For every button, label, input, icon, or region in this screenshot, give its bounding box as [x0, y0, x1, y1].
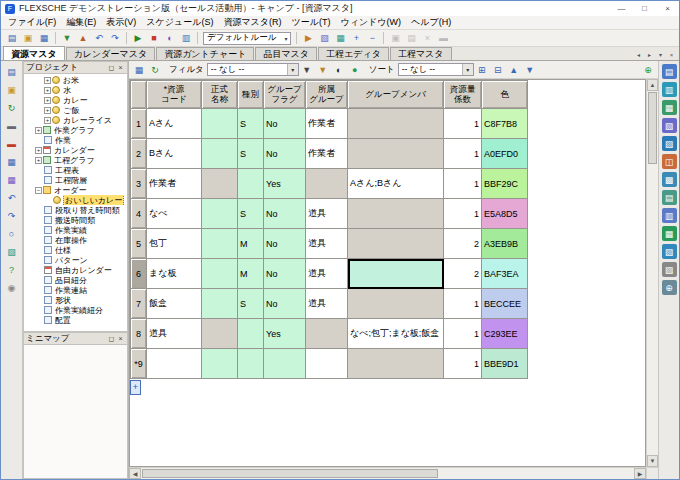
new-window-icon[interactable]: ▤ — [4, 64, 19, 79]
cell-color[interactable]: C8F7B8 — [482, 109, 528, 139]
menu-item[interactable]: 資源マスタ(R) — [218, 16, 286, 29]
close-panel-icon[interactable]: × — [116, 64, 125, 71]
tree-item[interactable]: +工程グラフ — [24, 155, 127, 165]
tree-item[interactable]: +水 — [24, 85, 127, 95]
cell-coef[interactable]: 2 — [444, 229, 482, 259]
cell-color[interactable]: A0EFD0 — [482, 139, 528, 169]
contrast-icon[interactable]: ◐ — [332, 63, 346, 77]
tab-工程マスタ[interactable]: 工程マスタ — [390, 47, 452, 60]
pin-icon[interactable]: ◉ — [4, 280, 19, 295]
histogram-icon[interactable]: ▧ — [662, 244, 677, 259]
help-icon[interactable]: ? — [4, 262, 19, 277]
tree-item[interactable]: +カレンダー — [24, 145, 127, 155]
cell-flag[interactable]: No — [264, 289, 306, 319]
cell-flag[interactable]: No — [264, 259, 306, 289]
tree-item[interactable]: 配置 — [24, 315, 127, 325]
cell-code[interactable]: 包丁 — [147, 229, 202, 259]
cell-type[interactable] — [238, 169, 264, 199]
process-table-icon[interactable]: ▤ — [662, 190, 677, 205]
maximize-button[interactable]: □ — [633, 1, 656, 16]
tree-item[interactable]: 搬送時間類 — [24, 215, 127, 225]
cell-code[interactable]: 道具 — [147, 319, 202, 349]
row-header[interactable]: 5 — [131, 229, 147, 259]
cell-coef[interactable]: 1 — [444, 139, 482, 169]
open-folder-icon[interactable]: ▣ — [4, 82, 19, 97]
add-row-button[interactable]: + — [130, 380, 141, 395]
cell-group[interactable]: 道具 — [306, 259, 348, 289]
vertical-scrollbar[interactable]: ▲ ▼ — [646, 79, 658, 467]
filter-edit-icon[interactable]: ▼ — [316, 63, 330, 77]
cell-group[interactable] — [306, 319, 348, 349]
row-up-icon[interactable]: ▲ — [507, 63, 521, 77]
color-icon[interactable]: ● — [348, 63, 362, 77]
column-header[interactable]: 色 — [482, 81, 528, 109]
tree-item[interactable]: +お米 — [24, 75, 127, 85]
cell-code[interactable]: 作業者 — [147, 169, 202, 199]
grid-corner-cell[interactable] — [131, 81, 147, 109]
vehicle-icon[interactable]: ▬ — [4, 136, 19, 151]
palette-icon[interactable]: ▧ — [4, 244, 19, 259]
cell-code[interactable] — [147, 349, 202, 379]
cell-flag[interactable]: No — [264, 139, 306, 169]
save-icon[interactable]: ▦ — [4, 154, 19, 169]
column-header[interactable]: 正式名称 — [202, 81, 238, 109]
gantt-icon[interactable]: ▥ — [179, 31, 193, 45]
close-tab-icon[interactable]: × — [666, 49, 677, 60]
tab-資源マスタ[interactable]: 資源マスタ — [3, 46, 65, 60]
minimize-button[interactable]: — — [610, 1, 633, 16]
cell-type[interactable] — [238, 319, 264, 349]
schedule-run-icon[interactable]: ▶ — [131, 31, 145, 45]
cell-members[interactable] — [348, 259, 444, 289]
menu-item[interactable]: スケジュール(S) — [141, 16, 218, 29]
item-table-icon[interactable]: ▩ — [662, 172, 677, 187]
report-icon[interactable]: ▨ — [662, 262, 677, 277]
tab-資源ガントチャート[interactable]: 資源ガントチャート — [156, 47, 254, 60]
row-down-icon[interactable]: ▼ — [523, 63, 537, 77]
row-header[interactable]: 3 — [131, 169, 147, 199]
tree-item[interactable]: 自由カレンダー — [24, 265, 127, 275]
undo-icon[interactable]: ↶ — [4, 190, 19, 205]
menu-item[interactable]: ファイル(F) — [3, 16, 61, 29]
tree-item[interactable]: 作業連結 — [24, 285, 127, 295]
paste-icon[interactable]: ▤ — [404, 31, 418, 45]
row-header[interactable]: 1 — [131, 109, 147, 139]
pin-panel-icon[interactable]: ◻ — [107, 64, 116, 72]
expand-icon[interactable]: + — [44, 117, 51, 124]
cell-type[interactable]: M — [238, 259, 264, 289]
cell-flag[interactable] — [264, 349, 306, 379]
row-header[interactable]: *9 — [131, 349, 147, 379]
export-icon[interactable]: ▲ — [76, 31, 90, 45]
cell-members[interactable] — [348, 199, 444, 229]
print-icon[interactable]: ▬ — [4, 118, 19, 133]
expand-icon[interactable]: + — [44, 107, 51, 114]
collapse-icon[interactable]: − — [35, 187, 42, 194]
row-header[interactable]: 6 — [131, 259, 147, 289]
schedule-eval-icon[interactable]: ◐ — [163, 31, 177, 45]
redo-icon[interactable]: ↷ — [4, 208, 19, 223]
expand-icon[interactable]: + — [44, 97, 51, 104]
settings-icon[interactable]: ⊕ — [662, 280, 677, 295]
column-header[interactable]: 資源量係数 — [444, 81, 482, 109]
cell-color[interactable]: E5A8D5 — [482, 199, 528, 229]
resource-gantt-icon[interactable]: ▤ — [662, 64, 677, 79]
load-graph-icon[interactable]: ▦ — [662, 100, 677, 115]
cell-members[interactable] — [348, 139, 444, 169]
rule-edit-icon[interactable]: ▧ — [317, 31, 331, 45]
tree-item[interactable]: パターン — [24, 255, 127, 265]
rule-run-icon[interactable]: ▶ — [301, 31, 315, 45]
tree-item[interactable]: 品目紐分 — [24, 275, 127, 285]
tree-item[interactable]: +作業グラフ — [24, 125, 127, 135]
cell-type[interactable] — [238, 349, 264, 379]
cell-coef[interactable]: 1 — [444, 319, 482, 349]
column-header[interactable]: 所属グループ — [306, 81, 348, 109]
import-icon[interactable]: ▼ — [60, 31, 74, 45]
tree-item[interactable]: 在庫操作 — [24, 235, 127, 245]
pin-panel-icon[interactable]: ◻ — [107, 335, 116, 343]
horizontal-scroll-thumb[interactable] — [142, 469, 438, 478]
scroll-right-icon[interactable]: ▸ — [644, 49, 655, 60]
cell-coef[interactable]: 1 — [444, 289, 482, 319]
scroll-up-button[interactable]: ▲ — [647, 79, 658, 91]
cell-group[interactable]: 作業者 — [306, 109, 348, 139]
scroll-left-button[interactable]: ◀ — [129, 468, 141, 479]
add-row-menu-icon[interactable]: ⊕ — [641, 63, 655, 77]
